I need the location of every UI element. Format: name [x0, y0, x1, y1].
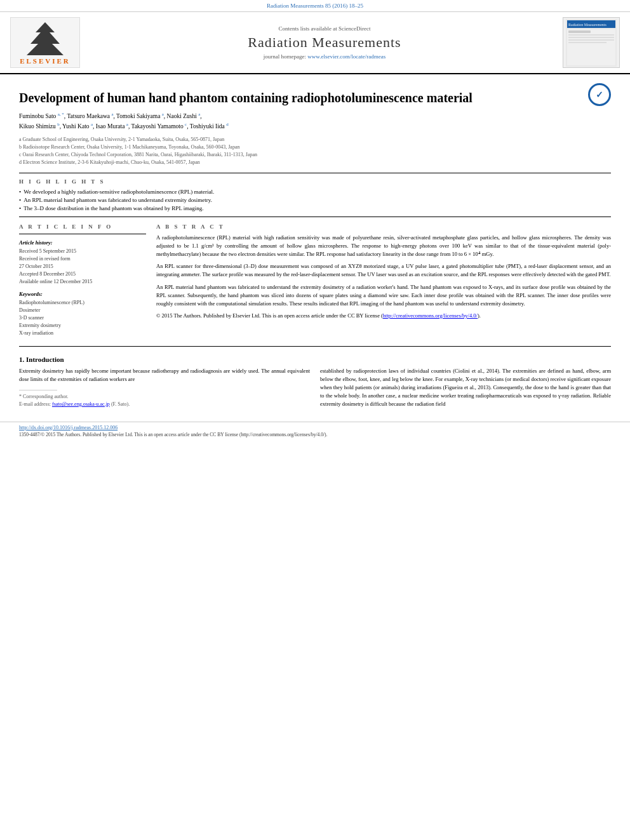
- svg-text:Radiation Measurements: Radiation Measurements: [568, 23, 607, 27]
- received-revised-label: Received in revised form: [19, 255, 146, 263]
- doi-link[interactable]: http://dx.doi.org/10.1016/j.radmeas.2015…: [19, 425, 117, 430]
- highlights-title: H I G H L I G H T S: [19, 178, 611, 185]
- abstract-title: A B S T R A C T: [156, 223, 611, 230]
- article-info-abstract: A R T I C L E I N F O Article history: R…: [19, 223, 611, 337]
- footnote-corresponding: * Corresponding author. E-mail address: …: [19, 393, 310, 408]
- divider-before-intro: [19, 346, 611, 347]
- elsevier-logo: ELSEVIER: [10, 17, 80, 68]
- issn-line: 1350-4487/© 2015 The Authors. Published …: [19, 432, 611, 437]
- doi-line: http://dx.doi.org/10.1016/j.radmeas.2015…: [19, 425, 611, 430]
- svg-rect-9: [568, 39, 614, 41]
- affiliation-d: d Electron Science Institute, 2-3-6 Kita…: [19, 159, 611, 166]
- affiliation-a: a Graduate School of Engineering, Osaka …: [19, 136, 611, 143]
- journal-title: Radiation Measurements: [86, 34, 563, 51]
- introduction-section: 1. Introduction Extremity dosimetry has …: [19, 356, 611, 409]
- elsevier-wordmark: ELSEVIER: [20, 57, 70, 65]
- authors-line: Fuminobu Sato a, *, Tatsuro Maekawa a, T…: [19, 111, 611, 132]
- journal-thumbnail: Radiation Measurements: [563, 17, 620, 68]
- available-online: Available online 12 December 2015: [19, 278, 146, 286]
- intro-right-text: established by radioprotection laws of i…: [320, 367, 611, 409]
- abstract-para-2: An RPL scanner for three-dimensional (3–…: [156, 262, 611, 279]
- revised-date: 27 October 2015: [19, 263, 146, 270]
- abstract-para-3: An RPL material hand phantom was fabrica…: [156, 283, 611, 309]
- article-info-title: A R T I C L E I N F O: [19, 223, 146, 230]
- contents-available-line: Contents lists available at ScienceDirec…: [86, 25, 563, 32]
- abstract-para-1: A radiophotoluminescence (RPL) material …: [156, 234, 611, 259]
- main-content: Development of human hand phantom contai…: [0, 74, 630, 415]
- paper-title: Development of human hand phantom contai…: [19, 90, 582, 106]
- received-date: Received 5 September 2015: [19, 248, 146, 255]
- keyword-3: 3-D scanner: [19, 314, 146, 322]
- keyword-1: Radiophotoluminescence (RPL): [19, 299, 146, 307]
- affiliation-c: c Oarai Research Center, Chiyoda Technol…: [19, 151, 611, 159]
- svg-rect-6: [568, 30, 591, 33]
- highlight-item-1: We developed a highly radiation-sensitiv…: [19, 189, 611, 195]
- keyword-4: Extremity dosimetry: [19, 322, 146, 330]
- footnote-divider: [19, 390, 57, 390]
- article-info-column: A R T I C L E I N F O Article history: R…: [19, 223, 146, 337]
- intro-left-col: Extremity dosimetry has rapidly become i…: [19, 367, 310, 409]
- intro-left-text: Extremity dosimetry has rapidly become i…: [19, 367, 310, 383]
- svg-rect-10: [568, 42, 607, 43]
- email-link[interactable]: fsato@see.eng.osaka-u.ac.jp: [52, 401, 110, 407]
- intro-heading: 1. Introduction: [19, 356, 611, 363]
- abstract-para-4: © 2015 The Authors. Published by Elsevie…: [156, 312, 611, 320]
- affiliation-b: b Radioisotope Research Center, Osaka Un…: [19, 143, 611, 151]
- thumbnail-image: Radiation Measurements: [566, 19, 617, 67]
- svg-rect-8: [568, 37, 614, 38]
- journal-header: ELSEVIER Contents lists available at Sci…: [0, 12, 630, 74]
- journal-citation: Radiation Measurements 85 (2016) 18–25: [267, 3, 363, 9]
- tree-graphic: [23, 21, 67, 56]
- homepage-line: journal homepage: www.elsevier.com/locat…: [86, 53, 563, 60]
- keywords-title: Keywords:: [19, 291, 146, 297]
- highlight-item-3: The 3–D dose distribution in the hand ph…: [19, 205, 611, 211]
- bottom-bar: http://dx.doi.org/10.1016/j.radmeas.2015…: [0, 422, 630, 440]
- top-bar: Radiation Measurements 85 (2016) 18–25: [0, 0, 630, 12]
- corresponding-label: * Corresponding author.: [19, 393, 310, 401]
- article-info-divider: [19, 234, 146, 234]
- journal-center-info: Contents lists available at ScienceDirec…: [86, 25, 563, 60]
- email-line: E-mail address: fsato@see.eng.osaka-u.ac…: [19, 401, 310, 408]
- divider-after-affiliations: [19, 173, 611, 173]
- accepted-date: Accepted 8 December 2015: [19, 270, 146, 278]
- abstract-text: A radiophotoluminescence (RPL) material …: [156, 234, 611, 321]
- elsevier-logo-container: ELSEVIER: [10, 17, 86, 68]
- intro-two-col: Extremity dosimetry has rapidly become i…: [19, 367, 611, 409]
- crossmark-badge: ✓: [588, 83, 611, 106]
- affiliations: a Graduate School of Engineering, Osaka …: [19, 136, 611, 166]
- homepage-url[interactable]: www.elsevier.com/locate/radmeas: [307, 53, 385, 60]
- crossmark-icon: ✓: [588, 83, 611, 106]
- keyword-5: X-ray irradiation: [19, 330, 146, 337]
- highlights-section: H I G H L I G H T S We developed a highl…: [19, 178, 611, 211]
- svg-rect-7: [568, 34, 614, 36]
- divider-after-highlights: [19, 217, 611, 217]
- keywords-section: Keywords: Radiophotoluminescence (RPL) D…: [19, 291, 146, 337]
- intro-right-col: established by radioprotection laws of i…: [320, 367, 611, 409]
- highlight-item-2: An RPL material hand phantom was fabrica…: [19, 197, 611, 203]
- cc-by-link[interactable]: http://creativecommons.org/licenses/by/4…: [383, 312, 478, 319]
- keyword-2: Dosimeter: [19, 307, 146, 314]
- abstract-column: A B S T R A C T A radiophotoluminescence…: [156, 223, 611, 337]
- article-history-title: Article history:: [19, 239, 146, 246]
